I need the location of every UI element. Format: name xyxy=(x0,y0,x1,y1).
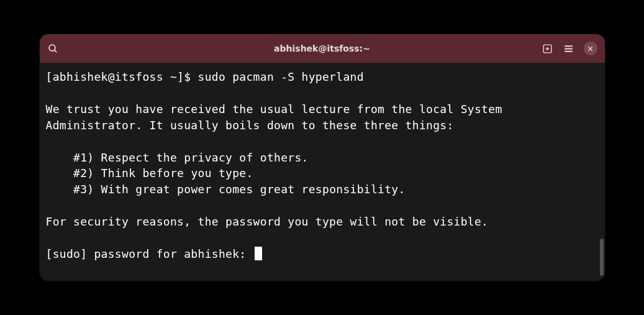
svg-point-0 xyxy=(49,45,55,51)
titlebar: abhishek@itsfoss:~ xyxy=(40,34,605,63)
terminal-window: abhishek@itsfoss:~ xyxy=(40,34,605,281)
command-text: sudo pacman -S hyperland xyxy=(198,70,364,83)
search-icon[interactable] xyxy=(47,42,60,55)
password-prompt: [sudo] password for abhishek: xyxy=(46,247,253,260)
lecture-intro: We trust you have received the usual lec… xyxy=(46,103,502,132)
shell-prompt: [abhishek@itsfoss ~]$ xyxy=(46,70,198,83)
security-note: For security reasons, the password you t… xyxy=(46,215,489,228)
terminal-body[interactable]: [abhishek@itsfoss ~]$ sudo pacman -S hyp… xyxy=(40,63,605,281)
close-icon[interactable] xyxy=(584,42,597,55)
lecture-item-2: #2) Think before you type. xyxy=(46,167,253,180)
scrollbar[interactable] xyxy=(600,239,604,276)
svg-line-1 xyxy=(55,50,57,52)
new-tab-icon[interactable] xyxy=(542,42,554,55)
lecture-item-1: #1) Respect the privacy of others. xyxy=(46,151,309,164)
window-title: abhishek@itsfoss:~ xyxy=(274,43,370,53)
menu-icon[interactable] xyxy=(563,42,575,55)
cursor xyxy=(255,247,262,260)
terminal-output: [abhishek@itsfoss ~]$ sudo pacman -S hyp… xyxy=(46,69,599,262)
lecture-item-3: #3) With great power comes great respons… xyxy=(46,183,406,196)
